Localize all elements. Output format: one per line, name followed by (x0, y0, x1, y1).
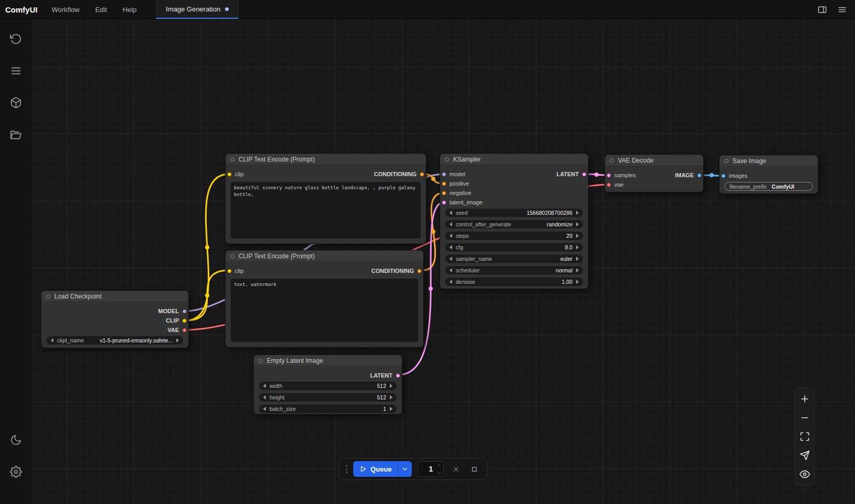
increment-icon[interactable] (390, 395, 392, 399)
decrement-icon[interactable] (263, 407, 266, 411)
panel-toggle-icon[interactable] (814, 2, 830, 17)
widget-ckpt-name[interactable]: ckpt_name v1-5-pruned-emaonly.safete... (47, 336, 183, 345)
negative-prompt-textarea[interactable]: text, watermark (231, 279, 418, 342)
collapse-toggle-dot[interactable] (724, 159, 728, 163)
output-slot-conditioning[interactable]: CONDITIONING (372, 268, 422, 274)
widget-height[interactable]: height 512 (259, 393, 397, 402)
input-slot-clip[interactable]: clip (227, 171, 244, 177)
slot-dot-conditioning[interactable] (442, 191, 446, 196)
decrement-icon[interactable] (263, 395, 266, 399)
tab-image-generation[interactable]: Image Generation (156, 0, 239, 19)
slot-dot-model[interactable] (182, 309, 187, 314)
workflows-folder-icon[interactable] (6, 125, 25, 144)
menu-workflow[interactable]: Workflow (44, 0, 87, 19)
output-slot-clip[interactable]: CLIP (166, 317, 187, 324)
output-slot-latent[interactable]: LATENT (556, 171, 587, 177)
queue-button[interactable]: Queue (353, 461, 412, 477)
slot-dot-clip[interactable] (227, 269, 232, 273)
output-slot-latent[interactable]: LATENT (370, 372, 400, 379)
slot-dot-vae[interactable] (606, 182, 611, 187)
widget-sampler-name[interactable]: sampler_name euler (445, 255, 583, 263)
input-slot-vae[interactable]: vae (606, 181, 624, 188)
increment-icon[interactable] (390, 384, 392, 388)
drag-handle[interactable] (346, 465, 347, 473)
decrement-icon[interactable] (449, 211, 452, 215)
collapse-toggle-dot[interactable] (230, 157, 234, 162)
increment-icon[interactable] (576, 234, 579, 238)
widget-batch-size[interactable]: batch_size 1 (259, 405, 397, 413)
queue-list-icon[interactable] (6, 61, 25, 80)
slot-dot-model[interactable] (442, 172, 446, 177)
output-slot-conditioning[interactable]: CONDITIONING (374, 171, 424, 177)
node-load-checkpoint[interactable]: Load Checkpoint MODEL CLIP VAE (41, 290, 189, 348)
link-midpoint-dot[interactable] (205, 293, 209, 297)
collapse-toggle-dot[interactable] (445, 157, 449, 162)
collapse-toggle-dot[interactable] (258, 359, 263, 363)
widget-seed[interactable]: seed 156680208700286 (445, 209, 583, 217)
slot-dot-conditioning[interactable] (442, 181, 446, 186)
slot-dot-latent[interactable] (442, 200, 446, 205)
toggle-visibility-button[interactable] (799, 468, 811, 480)
widget-denoise[interactable]: denoise 1.00 (445, 278, 583, 286)
slot-dot-clip[interactable] (182, 318, 187, 323)
next-option-icon[interactable] (576, 257, 579, 261)
increment-icon[interactable] (390, 407, 392, 411)
decrement-icon[interactable] (263, 384, 266, 388)
prev-option-icon[interactable] (449, 268, 452, 272)
increment-icon[interactable] (576, 280, 579, 284)
model-library-icon[interactable] (6, 93, 25, 112)
stop-run-button[interactable] (468, 463, 480, 475)
widget-cfg[interactable]: cfg 8.0 (445, 243, 583, 251)
slot-dot-latent[interactable] (582, 172, 587, 177)
node-header[interactable]: Load Checkpoint (41, 291, 188, 302)
zoom-in-button[interactable] (799, 393, 811, 405)
output-slot-model[interactable]: MODEL (158, 308, 187, 314)
decrement-icon[interactable] (449, 280, 452, 284)
next-option-icon[interactable] (576, 268, 579, 272)
widget-filename-prefix[interactable]: filename_prefix ComfyUI (725, 182, 813, 191)
node-ksampler[interactable]: KSampler model LATENT positive (440, 153, 589, 289)
slot-dot-clip[interactable] (227, 172, 232, 177)
menu-help[interactable]: Help (115, 0, 144, 19)
input-slot-samples[interactable]: samples (606, 172, 636, 178)
spin-down-icon[interactable] (437, 471, 442, 475)
decrement-icon[interactable] (449, 245, 452, 249)
widget-steps[interactable]: steps 20 (445, 232, 583, 240)
link-midpoint-dot[interactable] (205, 245, 209, 249)
positive-prompt-textarea[interactable]: beautiful scenery nature glass bottle la… (231, 182, 421, 238)
next-option-icon[interactable] (576, 222, 579, 226)
zoom-out-button[interactable] (799, 412, 811, 423)
cancel-run-button[interactable] (449, 463, 462, 475)
queue-options-chevron[interactable] (398, 461, 412, 477)
slot-dot-latent[interactable] (396, 373, 400, 378)
link-midpoint-dot[interactable] (710, 173, 714, 177)
node-header[interactable]: Empty Latent Image (254, 355, 402, 366)
input-slot-clip[interactable]: clip (227, 268, 244, 274)
widget-scheduler[interactable]: scheduler normal (445, 266, 583, 274)
node-header[interactable]: KSampler (440, 154, 588, 165)
decrement-icon[interactable] (449, 234, 452, 238)
node-vae-decode[interactable]: VAE Decode samples IMAGE vae (604, 154, 704, 192)
node-header[interactable]: VAE Decode (605, 155, 703, 166)
output-slot-image[interactable]: IMAGE (675, 172, 702, 178)
increment-icon[interactable] (576, 211, 579, 215)
node-save-image[interactable]: Save Image images filename_prefix ComfyU… (719, 155, 818, 194)
history-icon[interactable] (6, 29, 25, 48)
link-midpoint-dot[interactable] (594, 173, 599, 177)
node-header[interactable]: CLIP Text Encode (Prompt) (226, 250, 423, 262)
prev-option-icon[interactable] (449, 257, 452, 261)
node-header[interactable]: CLIP Text Encode (Prompt) (226, 154, 426, 165)
fit-view-button[interactable] (799, 431, 811, 442)
prev-option-icon[interactable] (51, 338, 53, 342)
menu-edit[interactable]: Edit (87, 0, 115, 19)
collapse-toggle-dot[interactable] (46, 294, 50, 299)
slot-dot-image[interactable] (721, 174, 726, 178)
link-midpoint-dot[interactable] (431, 230, 435, 234)
collapse-toggle-dot[interactable] (610, 158, 614, 163)
node-clip-text-encode-negative[interactable]: CLIP Text Encode (Prompt) clip CONDITION… (225, 250, 424, 348)
collapse-toggle-dot[interactable] (230, 254, 234, 258)
slot-dot-conditioning[interactable] (420, 172, 424, 177)
input-slot-negative[interactable]: negative (442, 190, 471, 196)
node-clip-text-encode-positive[interactable]: CLIP Text Encode (Prompt) clip CONDITION… (225, 153, 426, 244)
slot-dot-image[interactable] (697, 173, 702, 178)
